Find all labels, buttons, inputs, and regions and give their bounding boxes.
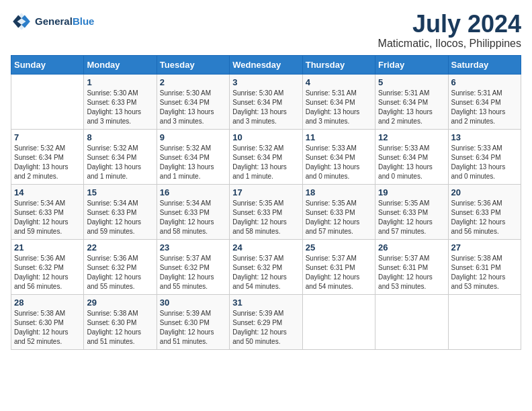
day-number: 20 [451, 187, 518, 197]
day-number: 9 [160, 132, 226, 142]
day-number: 1 [87, 77, 153, 87]
day-info: Sunrise: 5:35 AMSunset: 6:33 PMDaylight:… [306, 199, 372, 236]
calendar-cell: 16Sunrise: 5:34 AMSunset: 6:33 PMDayligh… [157, 184, 229, 239]
calendar-cell: 21Sunrise: 5:36 AMSunset: 6:32 PMDayligh… [11, 239, 84, 294]
logo-icon [11, 11, 32, 32]
day-info: Sunrise: 5:39 AMSunset: 6:30 PMDaylight:… [160, 309, 226, 347]
calendar-cell: 15Sunrise: 5:34 AMSunset: 6:33 PMDayligh… [84, 184, 157, 239]
day-number: 8 [87, 132, 153, 142]
calendar-cell: 2Sunrise: 5:30 AMSunset: 6:34 PMDaylight… [157, 74, 229, 129]
calendar-cell: 9Sunrise: 5:32 AMSunset: 6:34 PMDaylight… [157, 129, 229, 184]
calendar-cell: 13Sunrise: 5:33 AMSunset: 6:34 PMDayligh… [448, 129, 521, 184]
calendar-cell: 24Sunrise: 5:37 AMSunset: 6:32 PMDayligh… [230, 239, 302, 294]
logo: GeneralBlue [11, 11, 94, 32]
calendar-week-row: 7Sunrise: 5:32 AMSunset: 6:34 PMDaylight… [11, 129, 521, 184]
day-number: 23 [160, 242, 226, 253]
day-number: 18 [306, 187, 372, 197]
day-number: 21 [14, 242, 81, 253]
calendar-cell: 4Sunrise: 5:31 AMSunset: 6:34 PMDaylight… [302, 74, 375, 129]
day-number: 25 [306, 242, 372, 253]
day-number: 5 [378, 77, 445, 87]
day-number: 26 [378, 242, 445, 253]
day-info: Sunrise: 5:35 AMSunset: 6:33 PMDaylight:… [378, 199, 445, 236]
day-number: 6 [451, 77, 518, 87]
calendar-week-row: 28Sunrise: 5:38 AMSunset: 6:30 PMDayligh… [11, 294, 521, 349]
calendar-week-row: 21Sunrise: 5:36 AMSunset: 6:32 PMDayligh… [11, 239, 521, 294]
calendar-cell: 17Sunrise: 5:35 AMSunset: 6:33 PMDayligh… [230, 184, 302, 239]
calendar-cell: 14Sunrise: 5:34 AMSunset: 6:33 PMDayligh… [11, 184, 84, 239]
calendar-cell: 20Sunrise: 5:36 AMSunset: 6:33 PMDayligh… [448, 184, 521, 239]
day-number: 15 [87, 187, 153, 197]
day-info: Sunrise: 5:33 AMSunset: 6:34 PMDaylight:… [378, 144, 445, 181]
day-info: Sunrise: 5:36 AMSunset: 6:33 PMDaylight:… [451, 199, 518, 236]
day-info: Sunrise: 5:30 AMSunset: 6:34 PMDaylight:… [232, 89, 299, 126]
calendar-cell: 23Sunrise: 5:37 AMSunset: 6:32 PMDayligh… [157, 239, 229, 294]
calendar-cell: 8Sunrise: 5:32 AMSunset: 6:34 PMDaylight… [84, 129, 157, 184]
day-number: 24 [232, 242, 299, 253]
weekday-header: Friday [375, 55, 448, 74]
day-info: Sunrise: 5:37 AMSunset: 6:32 PMDaylight:… [160, 254, 226, 291]
weekday-header: Wednesday [230, 55, 302, 74]
calendar-cell: 31Sunrise: 5:39 AMSunset: 6:29 PMDayligh… [230, 294, 302, 349]
day-info: Sunrise: 5:35 AMSunset: 6:33 PMDaylight:… [232, 199, 299, 236]
calendar-table: SundayMondayTuesdayWednesdayThursdayFrid… [11, 55, 521, 350]
logo-text: GeneralBlue [35, 15, 94, 28]
day-number: 12 [378, 132, 445, 142]
day-info: Sunrise: 5:31 AMSunset: 6:34 PMDaylight:… [451, 89, 518, 126]
calendar-cell: 19Sunrise: 5:35 AMSunset: 6:33 PMDayligh… [375, 184, 448, 239]
calendar-cell: 22Sunrise: 5:36 AMSunset: 6:32 PMDayligh… [84, 239, 157, 294]
calendar-cell: 27Sunrise: 5:38 AMSunset: 6:31 PMDayligh… [448, 239, 521, 294]
day-number: 19 [378, 187, 445, 197]
calendar-cell: 18Sunrise: 5:35 AMSunset: 6:33 PMDayligh… [302, 184, 375, 239]
day-info: Sunrise: 5:34 AMSunset: 6:33 PMDaylight:… [160, 199, 226, 236]
title-area: July 2024 Maticmatic, Ilocos, Philippine… [378, 11, 521, 50]
calendar-cell: 25Sunrise: 5:37 AMSunset: 6:31 PMDayligh… [302, 239, 375, 294]
day-number: 14 [14, 187, 81, 197]
day-number: 11 [306, 132, 372, 142]
weekday-header: Thursday [302, 55, 375, 74]
day-number: 30 [160, 298, 226, 308]
calendar-week-row: 1Sunrise: 5:30 AMSunset: 6:33 PMDaylight… [11, 74, 521, 129]
day-number: 10 [232, 132, 299, 142]
day-info: Sunrise: 5:38 AMSunset: 6:31 PMDaylight:… [451, 254, 518, 291]
day-info: Sunrise: 5:37 AMSunset: 6:31 PMDaylight:… [378, 254, 445, 291]
calendar-cell: 1Sunrise: 5:30 AMSunset: 6:33 PMDaylight… [84, 74, 157, 129]
calendar-cell: 29Sunrise: 5:38 AMSunset: 6:30 PMDayligh… [84, 294, 157, 349]
day-info: Sunrise: 5:31 AMSunset: 6:34 PMDaylight:… [306, 89, 372, 126]
calendar-cell: 6Sunrise: 5:31 AMSunset: 6:34 PMDaylight… [448, 74, 521, 129]
calendar-cell [375, 294, 448, 349]
day-info: Sunrise: 5:39 AMSunset: 6:29 PMDaylight:… [232, 309, 299, 347]
month-title: July 2024 [378, 11, 521, 38]
day-info: Sunrise: 5:30 AMSunset: 6:34 PMDaylight:… [160, 89, 226, 126]
day-number: 2 [160, 77, 226, 87]
day-number: 4 [306, 77, 372, 87]
day-number: 29 [87, 298, 153, 308]
day-info: Sunrise: 5:32 AMSunset: 6:34 PMDaylight:… [232, 144, 299, 181]
day-info: Sunrise: 5:30 AMSunset: 6:33 PMDaylight:… [87, 89, 153, 126]
calendar-cell [302, 294, 375, 349]
calendar-cell: 3Sunrise: 5:30 AMSunset: 6:34 PMDaylight… [230, 74, 302, 129]
calendar-cell: 11Sunrise: 5:33 AMSunset: 6:34 PMDayligh… [302, 129, 375, 184]
calendar-cell [448, 294, 521, 349]
day-info: Sunrise: 5:34 AMSunset: 6:33 PMDaylight:… [14, 199, 81, 236]
location-title: Maticmatic, Ilocos, Philippines [378, 38, 521, 50]
weekday-header: Monday [84, 55, 157, 74]
weekday-header: Tuesday [157, 55, 229, 74]
day-info: Sunrise: 5:33 AMSunset: 6:34 PMDaylight:… [451, 144, 518, 181]
calendar-week-row: 14Sunrise: 5:34 AMSunset: 6:33 PMDayligh… [11, 184, 521, 239]
calendar-cell: 30Sunrise: 5:39 AMSunset: 6:30 PMDayligh… [157, 294, 229, 349]
day-number: 13 [451, 132, 518, 142]
day-number: 31 [232, 298, 299, 308]
day-info: Sunrise: 5:31 AMSunset: 6:34 PMDaylight:… [378, 89, 445, 126]
day-info: Sunrise: 5:32 AMSunset: 6:34 PMDaylight:… [160, 144, 226, 181]
calendar-cell: 28Sunrise: 5:38 AMSunset: 6:30 PMDayligh… [11, 294, 84, 349]
weekday-header-row: SundayMondayTuesdayWednesdayThursdayFrid… [11, 55, 521, 74]
weekday-header: Saturday [448, 55, 521, 74]
day-info: Sunrise: 5:32 AMSunset: 6:34 PMDaylight:… [14, 144, 81, 181]
day-info: Sunrise: 5:32 AMSunset: 6:34 PMDaylight:… [87, 144, 153, 181]
day-info: Sunrise: 5:34 AMSunset: 6:33 PMDaylight:… [87, 199, 153, 236]
day-info: Sunrise: 5:36 AMSunset: 6:32 PMDaylight:… [14, 254, 81, 291]
calendar-cell: 7Sunrise: 5:32 AMSunset: 6:34 PMDaylight… [11, 129, 84, 184]
day-number: 27 [451, 242, 518, 253]
day-number: 28 [14, 298, 81, 308]
